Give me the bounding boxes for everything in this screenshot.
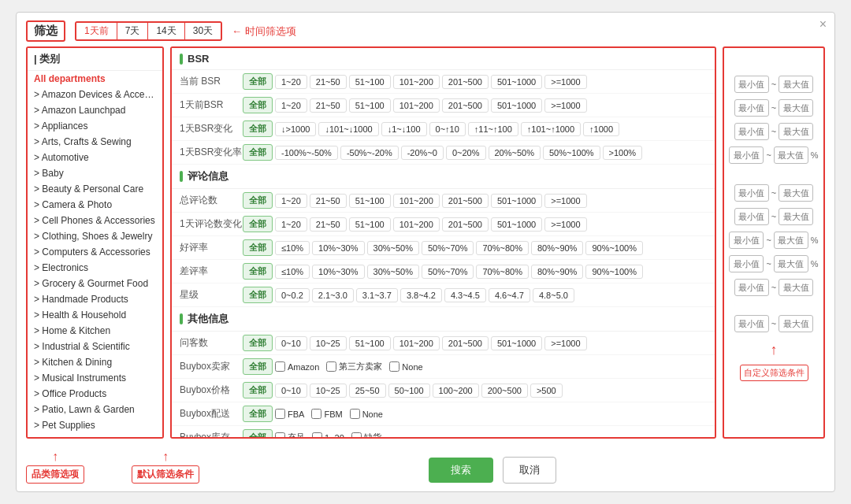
custom-max-8[interactable] bbox=[774, 255, 808, 272]
rc-opt-gte1000[interactable]: >=1000 bbox=[544, 217, 586, 232]
category-item-arts[interactable]: > Arts, Crafts & Sewing bbox=[28, 134, 162, 150]
time-btn-1day[interactable]: 1天前 bbox=[76, 23, 117, 39]
pr-opt-all[interactable]: 全部 bbox=[243, 239, 273, 256]
bsr1d-opt-501-1000[interactable]: 501~1000 bbox=[491, 98, 542, 113]
custom-min-2[interactable] bbox=[734, 99, 769, 117]
qa-opt-201-500[interactable]: 201~500 bbox=[442, 336, 489, 350]
category-item-sports[interactable]: > Sports & Outdoors bbox=[28, 433, 162, 439]
custom-max-10[interactable] bbox=[779, 315, 813, 332]
buybox-seller-amazon[interactable]: Amazon bbox=[275, 361, 319, 372]
bsr1d-opt-gte1000[interactable]: >=1000 bbox=[544, 98, 586, 113]
bbp-opt-0-10[interactable]: 0~10 bbox=[275, 384, 307, 398]
buybox-seller-3p[interactable]: 第三方卖家 bbox=[326, 361, 382, 372]
category-item-grocery[interactable]: > Grocery & Gourmet Food bbox=[28, 276, 162, 291]
nr-opt-70-80[interactable]: 70%~80% bbox=[476, 265, 528, 279]
buybox-stock-sufficient[interactable]: 充足 bbox=[275, 432, 305, 439]
qa-opt-10-25[interactable]: 10~25 bbox=[310, 336, 347, 350]
bbp-opt-gt500[interactable]: >500 bbox=[530, 384, 563, 398]
rc-opt-101-200[interactable]: 101~200 bbox=[393, 217, 440, 232]
bbp-opt-all[interactable]: 全部 bbox=[243, 382, 273, 398]
rc-opt-51-100[interactable]: 51~100 bbox=[349, 217, 391, 232]
category-item-amazon-launchpad[interactable]: > Amazon Launchpad bbox=[28, 102, 162, 118]
category-item-health[interactable]: > Health & Household bbox=[28, 307, 162, 323]
buybox-stock-sufficient-checkbox[interactable] bbox=[275, 432, 285, 439]
bsrchr-opt-4[interactable]: 0~20% bbox=[446, 146, 486, 160]
bsrch-opt-d1-100[interactable]: ↓1~↓100 bbox=[381, 122, 427, 136]
sr-opt-48-50[interactable]: 4.8~5.0 bbox=[533, 288, 574, 302]
rc-opt-501-1000[interactable]: 501~1000 bbox=[491, 217, 542, 232]
custom-max-1[interactable] bbox=[779, 76, 813, 93]
bbs2-opt-all[interactable]: 全部 bbox=[243, 406, 273, 422]
bsr1d-opt-101-200[interactable]: 101~200 bbox=[393, 98, 440, 113]
bsrch-opt-u11-100[interactable]: ↑11~↑100 bbox=[468, 122, 518, 136]
category-item-pet[interactable]: > Pet Supplies bbox=[28, 417, 162, 433]
bsr1d-opt-1-20[interactable]: 1~20 bbox=[275, 98, 307, 113]
qa-opt-gte1000[interactable]: >=1000 bbox=[544, 336, 586, 350]
pr-opt-70-80[interactable]: 70%~80% bbox=[476, 241, 528, 255]
tr-opt-501-1000[interactable]: 501~1000 bbox=[491, 194, 542, 208]
rc-opt-1-20[interactable]: 1~20 bbox=[275, 217, 307, 232]
custom-min-9[interactable] bbox=[734, 279, 769, 296]
custom-min-1[interactable] bbox=[734, 76, 769, 93]
custom-max-9[interactable] bbox=[779, 279, 813, 296]
bsr-opt-1-20[interactable]: 1~20 bbox=[275, 75, 307, 89]
sr-opt-31-37[interactable]: 3.1~3.7 bbox=[356, 288, 398, 302]
bsr1d-opt-51-100[interactable]: 51~100 bbox=[349, 98, 391, 113]
buybox-stock-out[interactable]: 缺货 bbox=[351, 432, 381, 439]
sr-opt-46-47[interactable]: 4.6~4.7 bbox=[489, 288, 530, 302]
bbp-opt-100-200[interactable]: 100~200 bbox=[433, 384, 479, 398]
sr-opt-38-42[interactable]: 3.8~4.2 bbox=[400, 288, 442, 302]
bbp-opt-200-500[interactable]: 200~500 bbox=[481, 384, 528, 398]
bsrch-opt-d101-1000[interactable]: ↓101~↓1000 bbox=[318, 122, 378, 136]
buybox-seller-none-checkbox[interactable] bbox=[389, 361, 399, 372]
custom-max-5[interactable] bbox=[779, 184, 813, 202]
nr-opt-le10[interactable]: ≤10% bbox=[275, 265, 310, 279]
bbst-opt-all[interactable]: 全部 bbox=[243, 429, 273, 439]
custom-min-6[interactable] bbox=[734, 208, 769, 225]
sr-opt-21-30[interactable]: 2.1~3.0 bbox=[312, 288, 354, 302]
pr-opt-90-100[interactable]: 90%~100% bbox=[585, 241, 643, 255]
tr-opt-all[interactable]: 全部 bbox=[243, 192, 273, 209]
bsr1d-opt-all[interactable]: 全部 bbox=[243, 97, 273, 113]
sr-opt-0-02[interactable]: 0~0.2 bbox=[275, 288, 310, 302]
buybox-fbm[interactable]: FBM bbox=[311, 409, 342, 419]
nr-opt-90-100[interactable]: 90%~100% bbox=[585, 265, 643, 279]
category-item-baby[interactable]: > Baby bbox=[28, 165, 162, 181]
pr-opt-30-50[interactable]: 30%~50% bbox=[367, 241, 419, 255]
bsr-opt-51-100[interactable]: 51~100 bbox=[349, 75, 391, 89]
qa-opt-all[interactable]: 全部 bbox=[243, 335, 273, 351]
category-item-beauty[interactable]: > Beauty & Personal Care bbox=[28, 181, 162, 197]
category-item-appliances[interactable]: > Appliances bbox=[28, 118, 162, 134]
sr-opt-43-45[interactable]: 4.3~4.5 bbox=[444, 288, 486, 302]
bsrchr-opt-5[interactable]: 20%~50% bbox=[489, 146, 541, 160]
bsrchr-opt-6[interactable]: 50%~100% bbox=[543, 146, 600, 160]
category-item-computers[interactable]: > Computers & Accessories bbox=[28, 244, 162, 260]
category-item-home[interactable]: > Home & Kitchen bbox=[28, 323, 162, 339]
bsr-opt-all[interactable]: 全部 bbox=[243, 73, 273, 90]
bsrchr-opt-all[interactable]: 全部 bbox=[243, 144, 273, 161]
bsrch-opt-all[interactable]: 全部 bbox=[243, 120, 273, 137]
buybox-stock-1-20-checkbox[interactable] bbox=[312, 432, 322, 439]
category-item-clothing[interactable]: > Clothing, Shoes & Jewelry bbox=[28, 228, 162, 244]
buybox-seller-3p-checkbox[interactable] bbox=[326, 361, 336, 372]
pr-opt-80-90[interactable]: 80%~90% bbox=[531, 241, 583, 255]
bsr-opt-21-50[interactable]: 21~50 bbox=[310, 75, 347, 89]
tr-opt-1-20[interactable]: 1~20 bbox=[275, 194, 307, 208]
bsr-opt-201-500[interactable]: 201~500 bbox=[442, 75, 489, 89]
custom-max-2[interactable] bbox=[779, 99, 813, 117]
category-item-musical[interactable]: > Musical Instruments bbox=[28, 370, 162, 386]
qa-opt-101-200[interactable]: 101~200 bbox=[393, 336, 440, 350]
nr-opt-all[interactable]: 全部 bbox=[243, 263, 273, 280]
qa-opt-0-10[interactable]: 0~10 bbox=[275, 336, 307, 350]
buybox-ship-none-checkbox[interactable] bbox=[350, 409, 360, 419]
pr-opt-10-30[interactable]: 10%~30% bbox=[312, 241, 364, 255]
buybox-seller-amazon-checkbox[interactable] bbox=[275, 361, 285, 372]
category-item-patio[interactable]: > Patio, Lawn & Garden bbox=[28, 402, 162, 417]
custom-min-7[interactable] bbox=[729, 232, 764, 249]
custom-min-10[interactable] bbox=[734, 315, 769, 332]
bsr-opt-501-1000[interactable]: 501~1000 bbox=[491, 75, 542, 89]
custom-max-7[interactable] bbox=[774, 232, 808, 249]
custom-max-6[interactable] bbox=[779, 208, 813, 225]
category-item-office[interactable]: > Office Products bbox=[28, 386, 162, 402]
tr-opt-21-50[interactable]: 21~50 bbox=[310, 194, 347, 208]
